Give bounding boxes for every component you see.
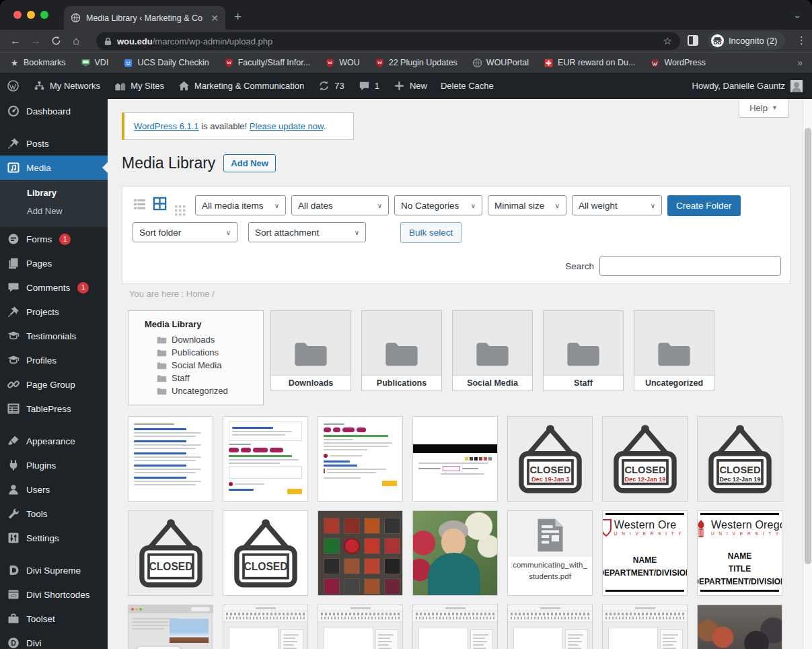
folder-card-staff[interactable]: Staff [543,310,624,391]
media-item-closed-sign[interactable]: CLOSED [223,510,308,596]
media-item-screenshot-doc[interactable] [223,605,308,649]
submenu-item-add-new[interactable]: Add New [0,202,108,220]
bookmark-wouportal[interactable]: WOUPortal [472,58,529,68]
folder-tree-root[interactable]: Media Library [145,319,256,329]
sidebar-item-divi[interactable]: DDivi [0,631,108,649]
sidebar-item-pages[interactable]: Pages [0,251,108,275]
media-item-closed-sign[interactable]: CLOSED Dec 12-Jan 19 [602,416,688,502]
bookmark-vdi[interactable]: VDI [81,58,109,68]
grid-view-icon[interactable] [152,196,168,211]
back-icon[interactable]: ← [5,35,26,47]
media-item-placard[interactable]: Western OregoU N I V E R S I T YNAMETITL… [697,510,782,596]
weight-filter[interactable]: All weight∨ [572,195,662,215]
sidebar-item-forms[interactable]: Forms1 [0,227,108,251]
bookmark-faculty-staff-infor[interactable]: Faculty/Staff Infor... [224,58,310,68]
delete-cache-menu[interactable]: Delete Cache [434,73,501,99]
media-item-screenshot-devtools[interactable] [412,416,498,502]
folder-tree-item-social-media[interactable]: Social Media [145,359,256,372]
sidebar-item-settings[interactable]: Settings [0,526,108,550]
bookmark-22-plugin-updates[interactable]: 22 Plugin Updates [375,58,457,68]
list-view-icon[interactable] [133,197,147,211]
sidebar-item-plugins[interactable]: Plugins [0,453,108,477]
sidebar-item-comments[interactable]: Comments1 [0,275,108,300]
media-item-screenshot-form[interactable] [223,416,308,502]
maximize-window-button[interactable] [40,11,48,19]
sidebar-item-projects[interactable]: Projects [0,300,108,324]
new-content-menu[interactable]: New [386,73,434,99]
category-filter[interactable]: No Categories∨ [394,195,482,215]
media-type-filter[interactable]: All media items∨ [195,195,286,215]
create-folder-button[interactable]: Create Folder [667,195,741,216]
minimize-window-button[interactable] [27,11,35,19]
comments-menu[interactable]: 1 [351,73,386,99]
media-item-photo-portrait[interactable] [412,510,498,596]
close-window-button[interactable] [13,11,22,19]
sidebar-item-tablepress[interactable]: TablePress [0,397,108,421]
account-menu[interactable]: Howdy, Danielle Gauntz [692,80,812,92]
submenu-item-library[interactable]: Library [0,184,108,202]
tab-search-chevron-icon[interactable]: ⌄ [793,9,801,20]
media-item-pdf[interactable]: communicating_with_students.pdf [507,510,593,596]
wp-logo-menu[interactable] [0,73,26,99]
media-item-screenshot-doc[interactable] [412,605,498,649]
scrollbar-thumb[interactable] [805,128,811,564]
media-item-screenshot-finder[interactable] [128,605,213,649]
size-filter[interactable]: Minimal size∨ [488,195,566,215]
folder-tree-item-publications[interactable]: Publications [145,346,256,359]
sort-folder-select[interactable]: Sort folder∨ [133,222,237,242]
sidebar-item-divi-shortcodes[interactable]: </>Divi Shortcodes [0,582,108,607]
bookmark-ucs-daily-checkin[interactable]: UCS Daily Checkin [123,58,209,68]
bookmark-wordpress[interactable]: WordPress [650,58,706,68]
sidebar-item-page-group[interactable]: Page Group [0,372,108,397]
scrollbar[interactable] [803,99,812,649]
bookmarks-overflow-icon[interactable]: » [797,57,803,68]
media-item-closed-sign[interactable]: CLOSED [128,510,213,596]
date-filter[interactable]: All dates∨ [291,195,389,215]
sidebar-item-users[interactable]: Users [0,477,108,502]
folder-card-social-media[interactable]: Social Media [452,310,533,391]
browser-menu-icon[interactable]: ⋮ [797,34,807,46]
sidebar-item-media[interactable]: Media [0,156,108,180]
updates-menu[interactable]: 73 [311,73,350,99]
tab-close-icon[interactable]: ✕ [211,13,219,24]
media-item-photo-collage[interactable] [318,510,403,596]
sidebar-item-toolset[interactable]: Toolset [0,607,108,631]
sidebar-item-posts[interactable]: Posts [0,131,108,156]
search-input[interactable] [599,256,781,276]
forward-icon[interactable]: → [26,35,46,47]
bookmarks-folder[interactable]: ★ Bookmarks [9,58,66,68]
media-item-screenshot-doc[interactable] [507,605,593,649]
folder-card-publications[interactable]: Publications [361,310,442,391]
sidebar-item-tools[interactable]: Tools [0,502,108,526]
folder-tree-item-uncategorized[interactable]: Uncategorized [145,384,256,397]
folder-card-downloads[interactable]: Downloads [270,310,351,391]
my-networks-menu[interactable]: My Networks [26,73,107,99]
add-new-button[interactable]: Add New [223,154,276,172]
media-item-screenshot-form2[interactable] [318,416,403,502]
media-item-closed-sign[interactable]: CLOSED Dec 12-Jan 19 [697,416,782,502]
site-name-menu[interactable]: Marketing & Communication [171,73,311,99]
folder-tree-item-downloads[interactable]: Downloads [145,333,256,346]
url-bar[interactable]: wou.edu/marcom/wp-admin/upload.php ☆ [96,32,680,50]
new-tab-button[interactable]: + [234,9,242,24]
media-item-screenshot-doc[interactable] [602,605,688,649]
folder-tree-item-staff[interactable]: Staff [145,372,256,384]
folder-card-uncategorized[interactable]: Uncategorized [634,310,714,391]
sidebar-item-appearance[interactable]: Appearance [0,429,108,453]
wordpress-version-link[interactable]: WordPress 6.1.1 [134,121,199,131]
side-panel-icon[interactable] [688,35,698,46]
media-item-closed-sign[interactable]: CLOSED Dec 19-Jan 3 [507,416,593,502]
media-item-screenshot-doc[interactable] [318,605,403,649]
drag-dots-icon[interactable] [174,204,187,217]
sidebar-item-profiles[interactable]: Profiles [0,348,108,372]
media-item-photo-classroom[interactable] [697,605,782,649]
bulk-select-button[interactable]: Bulk select [400,222,462,243]
home-icon[interactable]: ⌂ [66,35,86,47]
bookmark-star-icon[interactable]: ☆ [663,35,672,47]
browser-tab[interactable]: Media Library ‹ Marketing & Co ✕ [64,6,225,30]
bookmark-wou[interactable]: WOU [325,58,360,68]
reload-icon[interactable] [46,36,66,46]
help-button[interactable]: Help▼ [739,99,788,118]
media-item-webpage-screenshot[interactable] [128,416,213,502]
media-item-placard[interactable]: Western OreU N I V E R S I T YNAMEDEPART… [602,510,688,596]
